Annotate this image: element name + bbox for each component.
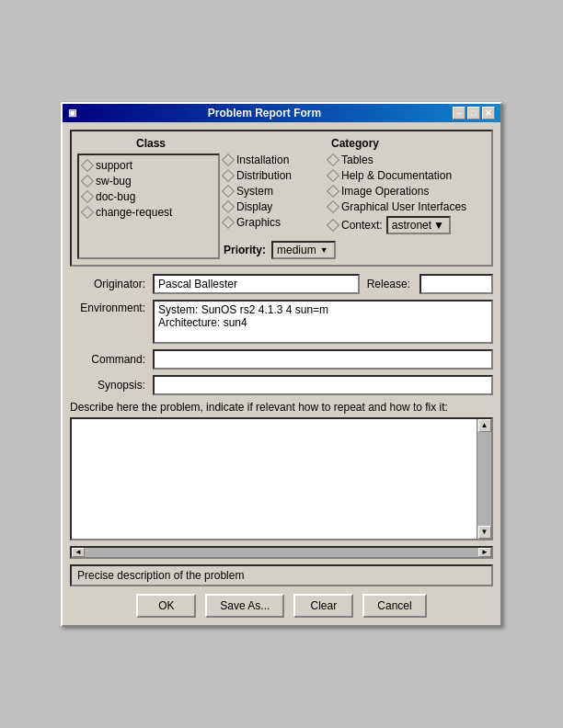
radio-diamond-sw-bug (81, 174, 94, 187)
synopsis-input[interactable] (153, 375, 493, 395)
class-label-doc-bug: doc-bug (96, 190, 135, 203)
main-window: ▣ Problem Report Form ─ □ ✕ Class Catego… (61, 102, 502, 627)
context-dropdown-arrow: ▼ (433, 219, 444, 232)
radio-diamond-help (327, 168, 339, 181)
minimize-button[interactable]: ─ (453, 107, 465, 119)
radio-diamond-context (327, 218, 339, 231)
category-distribution[interactable]: Distribution (224, 169, 325, 182)
class-label-support: support (96, 159, 132, 172)
originator-input[interactable] (153, 274, 360, 294)
environment-textarea[interactable]: System: SunOS rs2 4.1.3 4 sun=m Architec… (153, 300, 493, 344)
description-textarea-container: ▲ ▼ (70, 417, 493, 540)
priority-dropdown[interactable]: medium ▼ (271, 241, 336, 259)
category-label-tables: Tables (341, 154, 373, 166)
category-label-image-operations: Image Operations (341, 185, 429, 198)
window-title: Problem Report Form (208, 107, 321, 119)
category-label-system: System (236, 185, 273, 198)
context-dropdown[interactable]: astronet ▼ (386, 216, 451, 234)
command-row: Command: (70, 349, 493, 370)
ok-button[interactable]: OK (136, 594, 196, 618)
title-bar: ▣ Problem Report Form ─ □ ✕ (63, 104, 500, 122)
category-label-distribution: Distribution (236, 169, 292, 182)
radio-diamond-tables (327, 153, 339, 165)
scroll-up-button[interactable]: ▲ (478, 419, 491, 432)
panel-headers: Class Category (77, 137, 486, 150)
button-row: OK Save As... Clear Cancel (70, 594, 493, 618)
context-row: Context: astronet ▼ (328, 216, 486, 234)
radio-diamond-image-ops (327, 184, 339, 197)
radio-diamond-gui (327, 199, 339, 212)
scroll-down-button[interactable]: ▼ (478, 526, 491, 539)
class-label-change-request: change-request (96, 206, 172, 219)
radio-diamond-graphics (222, 215, 235, 228)
category-image-operations[interactable]: Image Operations (328, 185, 486, 198)
close-button[interactable]: ✕ (482, 107, 495, 119)
maximize-button[interactable]: □ (467, 107, 480, 119)
class-item-change-request[interactable]: change-request (83, 206, 214, 219)
category-label-gui: Graphical User Interfaces (341, 200, 466, 213)
class-column: support sw-bug doc-bug change-request (77, 154, 220, 259)
title-bar-icon: ▣ (68, 108, 76, 118)
release-section: Release: (367, 274, 493, 294)
h-scroll-track (85, 548, 478, 557)
synopsis-row: Synopsis: (70, 375, 493, 395)
radio-diamond-installation (222, 153, 235, 165)
category-graphics[interactable]: Graphics (224, 216, 325, 229)
environment-row: Environment: System: SunOS rs2 4.1.3 4 s… (70, 300, 493, 344)
scroll-track (477, 432, 491, 526)
scrollbar: ▲ ▼ (477, 419, 491, 539)
window-body: Class Category support sw-bug (63, 122, 500, 625)
status-text: Precise description of the problem (77, 569, 244, 582)
context-value: astronet (392, 219, 431, 232)
priority-row: Priority: medium ▼ (224, 241, 486, 259)
category-tables[interactable]: Tables (328, 154, 486, 166)
release-input[interactable] (419, 274, 493, 294)
category-header: Category (224, 137, 486, 150)
category-gui[interactable]: Graphical User Interfaces (328, 200, 486, 213)
command-label: Command: (70, 353, 153, 366)
description-label: Describe here the problem, indicate if r… (70, 401, 493, 414)
category-right: Tables Help & Documentation Image Operat… (328, 154, 486, 234)
radio-diamond-display (222, 199, 235, 212)
class-item-support[interactable]: support (83, 159, 214, 172)
release-label: Release: (367, 278, 410, 290)
radio-diamond-distribution (222, 168, 235, 181)
category-display[interactable]: Display (224, 200, 325, 213)
cancel-button[interactable]: Cancel (362, 594, 426, 618)
class-item-sw-bug[interactable]: sw-bug (83, 175, 214, 188)
priority-arrow: ▼ (320, 245, 328, 255)
radio-diamond-system (222, 184, 235, 197)
description-textarea[interactable] (72, 419, 477, 539)
clear-button[interactable]: Clear (293, 594, 353, 618)
category-column: Installation Distribution System (224, 154, 486, 259)
priority-value: medium (277, 244, 316, 256)
category-label-display: Display (236, 200, 272, 213)
class-header: Class (77, 137, 224, 150)
originator-label: Originator: (70, 278, 153, 290)
category-row: Installation Distribution System (224, 154, 486, 234)
category-installation[interactable]: Installation (224, 154, 325, 166)
class-label-sw-bug: sw-bug (96, 175, 132, 188)
radio-diamond-change-request (81, 205, 94, 218)
scroll-right-button[interactable]: ► (478, 548, 491, 557)
category-system[interactable]: System (224, 185, 325, 198)
category-label-help: Help & Documentation (341, 169, 452, 182)
panel-content: support sw-bug doc-bug change-request (77, 154, 486, 259)
radio-diamond-support (81, 158, 94, 171)
priority-label: Priority: (224, 244, 266, 256)
synopsis-label: Synopsis: (70, 379, 153, 392)
class-item-doc-bug[interactable]: doc-bug (83, 190, 214, 203)
radio-diamond-doc-bug (81, 189, 94, 202)
scroll-left-button[interactable]: ◄ (72, 548, 85, 557)
category-left: Installation Distribution System (224, 154, 325, 234)
category-label-graphics: Graphics (236, 216, 281, 229)
originator-row: Originator: Release: (70, 274, 493, 294)
class-category-panel: Class Category support sw-bug (70, 130, 493, 267)
category-help[interactable]: Help & Documentation (328, 169, 486, 182)
command-input[interactable] (153, 349, 493, 370)
category-label-installation: Installation (236, 154, 289, 166)
title-bar-buttons: ─ □ ✕ (453, 107, 495, 119)
environment-label: Environment: (70, 300, 153, 314)
horizontal-scrollbar: ◄ ► (70, 546, 493, 559)
save-as-button[interactable]: Save As... (205, 594, 284, 618)
